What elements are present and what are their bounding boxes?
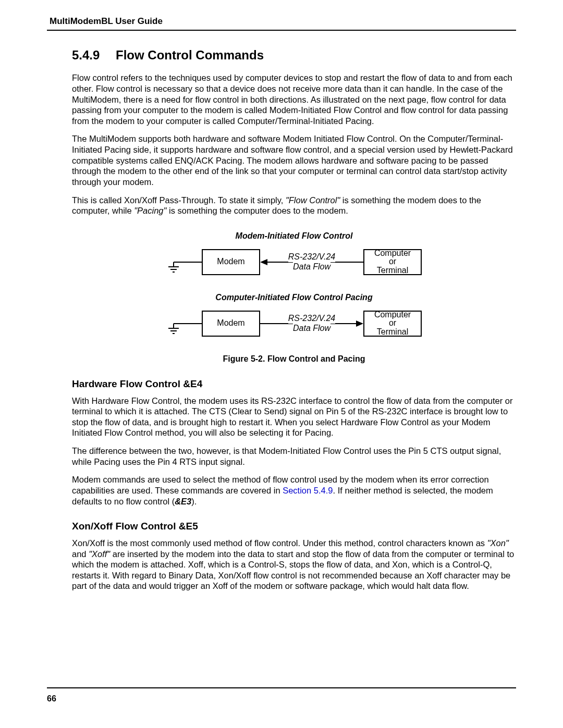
- page-footer: 66: [47, 687, 516, 704]
- ground-icon: [166, 311, 187, 337]
- paragraph: With Hardware Flow Control, the modem us…: [72, 396, 516, 439]
- svg-marker-13: [356, 320, 363, 327]
- wire: [187, 323, 202, 324]
- subheading-hardware: Hardware Flow Control &E4: [72, 378, 516, 390]
- section-title: Flow Control Commands: [116, 48, 264, 62]
- modem-box: Modem: [202, 249, 260, 275]
- diagram-block-1: Modem-Initiated Flow Control Modem: [148, 231, 440, 364]
- computer-box: Computer or Terminal: [363, 249, 422, 275]
- paragraph: The difference between the two, however,…: [72, 446, 516, 467]
- diagram-title: Computer-Initiated Flow Control Pacing: [148, 292, 440, 303]
- subheading-xonxoff: Xon/Xoff Flow Control &E5: [72, 520, 516, 533]
- ground-icon: [166, 249, 187, 275]
- link-arrow-right: RS-232/V.24 Data Flow: [260, 311, 363, 337]
- page-number: 66: [47, 694, 516, 704]
- figure-caption: Figure 5-2. Flow Control and Pacing: [148, 354, 440, 364]
- section-heading: 5.4.9Flow Control Commands: [72, 47, 516, 63]
- wire: [187, 262, 202, 263]
- paragraph: Modem commands are used to select the me…: [72, 474, 516, 507]
- section-number: 5.4.9: [72, 47, 116, 63]
- paragraph: This is called Xon/Xoff Pass-Through. To…: [72, 195, 516, 216]
- header-rule: [47, 30, 516, 31]
- link-arrow-left: RS-232/V.24 Data Flow: [260, 249, 363, 275]
- svg-marker-6: [260, 259, 267, 265]
- footer-rule: [47, 687, 516, 688]
- section-link[interactable]: Section 5.4.9: [283, 486, 333, 495]
- paragraph: Xon/Xoff is the most commonly used metho…: [72, 538, 516, 591]
- paragraph: Flow control refers to the techniques us…: [72, 72, 516, 126]
- paragraph: The MultiModem supports both hardware an…: [72, 133, 516, 187]
- running-header: MultiModemBL User Guide: [47, 16, 516, 30]
- modem-box: Modem: [202, 311, 260, 337]
- diagram-title: Modem-Initiated Flow Control: [148, 231, 440, 241]
- computer-box: Computer or Terminal: [363, 311, 422, 337]
